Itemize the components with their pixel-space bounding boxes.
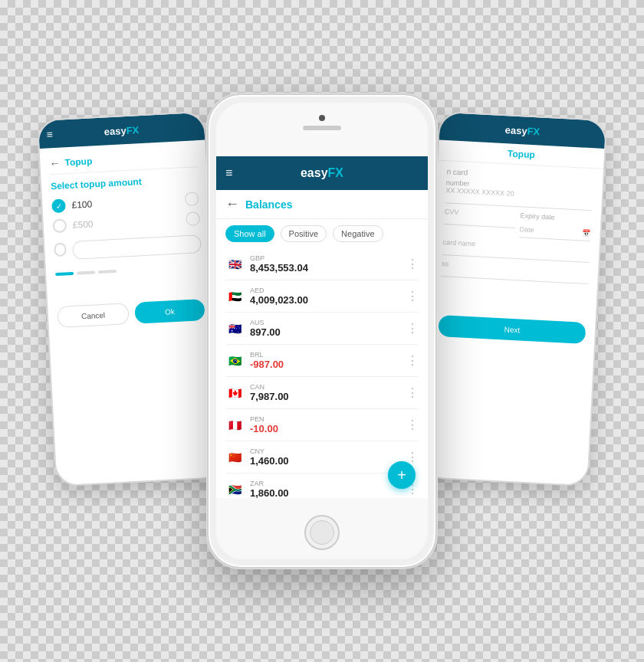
flag-gbp: 🇬🇧	[225, 255, 244, 274]
cvv-col: CVV	[443, 208, 516, 242]
screen-content: ≡ easyFX ← Balances Show all Positive Ne…	[216, 156, 428, 498]
currency-code-aus: AUS	[250, 319, 406, 326]
left-buttons: Cancel Ok	[57, 299, 205, 328]
more-icon-aed[interactable]: ⋮	[406, 289, 419, 303]
select-topup-label: Select topup amount	[51, 173, 198, 192]
currency-amount-cny: 1,460.00	[250, 455, 406, 467]
phone-top-bar	[303, 115, 341, 130]
currency-amount-can: 7,987.00	[250, 391, 406, 402]
left-logo-accent: FX	[126, 124, 139, 136]
currency-amount-aed: 4,009,023.00	[250, 294, 406, 306]
balance-info-brl: BRL -987.00	[250, 351, 406, 370]
phone-speaker	[303, 126, 341, 130]
balance-info-can: CAN 7,987.00	[250, 383, 406, 402]
radio-500	[52, 218, 67, 233]
menu-icon[interactable]: ≡	[225, 166, 232, 180]
topup-label-500: £500	[72, 218, 93, 230]
flag-can: 🇨🇦	[225, 384, 244, 402]
currency-amount-pen: -10.00	[250, 423, 406, 434]
more-icon-gbp[interactable]: ⋮	[406, 257, 419, 271]
left-content: ← Topup Select topup amount £100 £500 Ca…	[40, 140, 215, 335]
phone-inner: ≡ easyFX ← Balances Show all Positive Ne…	[216, 103, 428, 559]
currency-amount-zar: 1,860.00	[250, 487, 406, 498]
radio-custom	[54, 242, 67, 257]
currency-code-pen: PEN	[250, 415, 406, 423]
balance-info-aed: AED 4,009,023.00	[250, 287, 406, 306]
expiry-input[interactable]: Date 📅	[519, 221, 591, 241]
left-menu-icon: ≡	[46, 128, 53, 140]
cancel-button[interactable]: Cancel	[57, 303, 129, 328]
filter-bar: Show all Positive Negative	[216, 219, 428, 248]
flag-brl: 🇧🇷	[225, 352, 244, 370]
next-button[interactable]: Next	[438, 315, 586, 344]
page-title: Balances	[245, 198, 292, 211]
topup-option-custom	[54, 231, 202, 261]
more-icon-pen[interactable]: ⋮	[406, 418, 419, 432]
currency-amount-brl: -987.00	[250, 359, 406, 370]
calendar-icon: 📅	[582, 228, 591, 237]
right-background-phone: easyFX Topup n card number XX XXXXX XXXX…	[420, 111, 608, 487]
address-input[interactable]: ss	[441, 260, 589, 284]
progress-dot-3	[98, 270, 117, 274]
left-logo: easyFX	[104, 124, 139, 137]
more-icon-aus[interactable]: ⋮	[406, 321, 419, 336]
currency-code-zar: ZAR	[250, 480, 406, 487]
filter-positive[interactable]: Positive	[281, 225, 327, 242]
expiry-col: Expiry date Date 📅	[519, 211, 592, 246]
more-icon-can[interactable]: ⋮	[406, 385, 419, 400]
custom-amount-input	[72, 234, 202, 260]
currency-amount-aus: 897.00	[250, 326, 406, 338]
currency-code-cny: CNY	[250, 447, 406, 455]
currency-amount-gbp: 8,453,553.04	[250, 262, 406, 274]
sub-header: ← Balances	[216, 190, 428, 219]
left-background-phone: ≡ easyFX ← Topup Select topup amount £10…	[37, 111, 225, 487]
fab-add-button[interactable]: +	[388, 461, 416, 489]
right-content: n card number XX XXXXX XXXXX 20 CVV Expi…	[429, 161, 603, 351]
balance-info-gbp: GBP 8,453,553.04	[250, 254, 406, 274]
currency-code-brl: BRL	[250, 351, 406, 359]
topup-option-100: £100	[51, 192, 199, 213]
radio-100	[51, 198, 66, 213]
logo-fx-accent: FX	[328, 166, 343, 179]
filter-negative[interactable]: Negative	[333, 225, 383, 242]
flag-pen: 🇵🇪	[225, 416, 244, 434]
balance-info-zar: ZAR 1,860.00	[250, 480, 406, 498]
balance-brl: 🇧🇷 BRL -987.00 ⋮	[225, 345, 419, 377]
phone-camera	[319, 115, 325, 121]
right-page-title: Topup	[508, 148, 535, 160]
balance-gbp: 🇬🇧 GBP 8,453,553.04 ⋮	[225, 248, 419, 280]
back-button[interactable]: ←	[225, 196, 239, 212]
balance-info-aus: AUS 897.00	[250, 319, 406, 338]
phone-home-button[interactable]	[304, 515, 340, 550]
balance-can: 🇨🇦 CAN 7,987.00 ⋮	[225, 377, 419, 409]
right-logo: easyFX	[504, 124, 540, 137]
balance-info-cny: CNY 1,460.00	[250, 447, 406, 467]
fab-plus-icon: +	[397, 467, 406, 484]
currency-code-can: CAN	[250, 383, 406, 391]
app-logo: easyFX	[301, 166, 343, 180]
progress-dot-2	[77, 270, 95, 274]
balance-list: 🇬🇧 GBP 8,453,553.04 ⋮ 🇦🇪 AED 4,009,023.0…	[216, 248, 428, 498]
cvv-input[interactable]: CVV	[444, 208, 516, 228]
balance-info-pen: PEN -10.00	[250, 415, 406, 434]
flag-aus: 🇦🇺	[225, 320, 244, 338]
currency-code-gbp: GBP	[250, 254, 406, 262]
phone-screen: ≡ easyFX ← Balances Show all Positive Ne…	[216, 156, 428, 498]
balance-aed: 🇦🇪 AED 4,009,023.00 ⋮	[225, 280, 419, 313]
progress-dot-1	[55, 272, 74, 276]
filter-show-all[interactable]: Show all	[225, 225, 274, 242]
ok-button[interactable]: Ok	[134, 299, 205, 324]
topup-label-100: £100	[71, 198, 92, 210]
flag-cny: 🇨🇳	[225, 448, 244, 467]
main-phone: ≡ easyFX ← Balances Show all Positive Ne…	[207, 93, 437, 569]
phone-home-inner	[310, 520, 334, 545]
currency-code-aed: AED	[250, 287, 406, 294]
balance-pen: 🇵🇪 PEN -10.00 ⋮	[225, 409, 419, 441]
right-logo-accent: FX	[527, 125, 540, 137]
more-icon-brl[interactable]: ⋮	[406, 353, 419, 368]
topup-option-500: £500	[52, 211, 200, 233]
flag-aed: 🇦🇪	[225, 287, 244, 306]
progress-bar	[55, 265, 202, 276]
app-header: ≡ easyFX	[216, 156, 428, 190]
balance-aus: 🇦🇺 AUS 897.00 ⋮	[225, 313, 419, 345]
